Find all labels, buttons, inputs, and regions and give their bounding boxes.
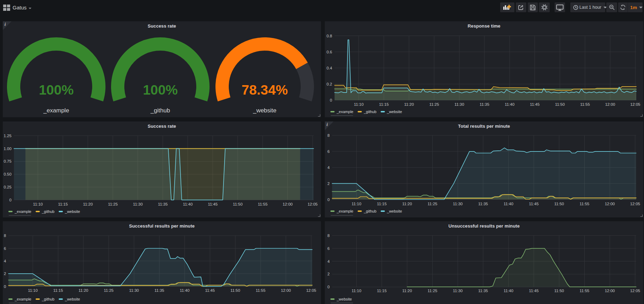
svg-text:11:10: 11:10 bbox=[28, 288, 38, 292]
svg-text:11:45: 11:45 bbox=[205, 288, 215, 292]
svg-text:1.00: 1.00 bbox=[4, 147, 12, 151]
svg-text:12:00: 12:00 bbox=[605, 289, 615, 293]
svg-text:11:20: 11:20 bbox=[79, 288, 88, 292]
svg-text:11:45: 11:45 bbox=[529, 289, 539, 293]
svg-text:6: 6 bbox=[328, 149, 330, 154]
svg-text:11:25: 11:25 bbox=[429, 102, 439, 106]
svg-text:6: 6 bbox=[328, 246, 330, 251]
svg-text:11:20: 11:20 bbox=[83, 202, 93, 206]
svg-text:11:25: 11:25 bbox=[427, 289, 437, 293]
svg-text:11:35: 11:35 bbox=[478, 202, 488, 206]
svg-text:11:20: 11:20 bbox=[404, 102, 414, 106]
svg-text:11:40: 11:40 bbox=[504, 202, 513, 206]
svg-text:11:40: 11:40 bbox=[180, 288, 190, 292]
svg-text:12:05: 12:05 bbox=[630, 102, 641, 106]
svg-text:4: 4 bbox=[328, 259, 330, 264]
svg-text:0.4: 0.4 bbox=[327, 66, 332, 70]
svg-text:12:00: 12:00 bbox=[605, 102, 615, 106]
svg-text:11:55: 11:55 bbox=[580, 202, 590, 206]
svg-text:12:00: 12:00 bbox=[283, 202, 293, 206]
svg-text:0.8: 0.8 bbox=[327, 34, 332, 38]
svg-text:11:35: 11:35 bbox=[480, 102, 489, 106]
svg-text:11:10: 11:10 bbox=[354, 102, 364, 106]
svg-text:0.50: 0.50 bbox=[4, 172, 12, 176]
svg-text:0.2: 0.2 bbox=[327, 82, 332, 86]
svg-text:2: 2 bbox=[328, 181, 330, 186]
svg-text:11:40: 11:40 bbox=[505, 102, 514, 106]
svg-text:0.6: 0.6 bbox=[327, 50, 332, 54]
svg-text:11:50: 11:50 bbox=[554, 202, 564, 206]
svg-text:11:45: 11:45 bbox=[208, 202, 218, 206]
svg-text:11:10: 11:10 bbox=[33, 202, 43, 206]
svg-text:0: 0 bbox=[4, 284, 6, 289]
svg-text:11:45: 11:45 bbox=[530, 102, 540, 106]
svg-text:11:55: 11:55 bbox=[256, 288, 265, 292]
svg-text:0.75: 0.75 bbox=[4, 159, 12, 163]
svg-text:11:10: 11:10 bbox=[352, 289, 361, 293]
svg-text:0: 0 bbox=[9, 198, 11, 202]
svg-text:0: 0 bbox=[328, 198, 330, 202]
svg-text:8: 8 bbox=[4, 233, 6, 238]
svg-text:11:30: 11:30 bbox=[454, 102, 464, 106]
svg-text:11:15: 11:15 bbox=[379, 102, 389, 106]
svg-text:11:25: 11:25 bbox=[427, 202, 437, 206]
svg-text:4: 4 bbox=[328, 165, 330, 170]
svg-text:2: 2 bbox=[328, 272, 330, 276]
svg-text:12:05: 12:05 bbox=[306, 288, 316, 292]
svg-text:11:50: 11:50 bbox=[555, 102, 565, 106]
svg-text:12:00: 12:00 bbox=[281, 288, 291, 292]
svg-text:12:05: 12:05 bbox=[308, 202, 318, 206]
svg-text:11:15: 11:15 bbox=[377, 202, 387, 206]
svg-text:0.25: 0.25 bbox=[4, 185, 12, 189]
svg-text:11:30: 11:30 bbox=[133, 202, 143, 206]
svg-text:11:20: 11:20 bbox=[402, 202, 412, 206]
svg-text:11:50: 11:50 bbox=[230, 288, 240, 292]
svg-text:11:15: 11:15 bbox=[53, 288, 63, 292]
svg-text:4: 4 bbox=[4, 259, 6, 263]
svg-text:11:25: 11:25 bbox=[104, 288, 114, 292]
svg-text:11:45: 11:45 bbox=[529, 202, 539, 206]
svg-text:78.34%: 78.34% bbox=[242, 82, 288, 97]
svg-text:12:00: 12:00 bbox=[605, 202, 615, 206]
svg-text:8: 8 bbox=[328, 233, 330, 238]
svg-text:_example: _example bbox=[43, 107, 69, 114]
svg-text:12:05: 12:05 bbox=[630, 202, 640, 206]
svg-text:11:15: 11:15 bbox=[58, 202, 68, 206]
svg-text:11:50: 11:50 bbox=[554, 289, 564, 293]
svg-text:11:35: 11:35 bbox=[158, 202, 168, 206]
svg-text:11:20: 11:20 bbox=[402, 289, 412, 293]
svg-text:11:50: 11:50 bbox=[233, 202, 243, 206]
svg-text:11:55: 11:55 bbox=[580, 102, 590, 106]
svg-text:11:40: 11:40 bbox=[504, 289, 513, 293]
svg-text:11:30: 11:30 bbox=[453, 289, 463, 293]
svg-text:11:35: 11:35 bbox=[478, 289, 488, 293]
svg-text:11:55: 11:55 bbox=[580, 289, 590, 293]
svg-text:11:25: 11:25 bbox=[108, 202, 118, 206]
svg-text:11:35: 11:35 bbox=[154, 288, 164, 292]
svg-text:0: 0 bbox=[330, 98, 332, 102]
svg-text:2: 2 bbox=[4, 272, 6, 276]
svg-text:8: 8 bbox=[328, 133, 330, 138]
svg-text:12:05: 12:05 bbox=[630, 289, 640, 293]
svg-text:11:40: 11:40 bbox=[183, 202, 193, 206]
svg-text:100%: 100% bbox=[143, 82, 178, 97]
svg-text:11:30: 11:30 bbox=[453, 202, 463, 206]
svg-text:11:10: 11:10 bbox=[352, 202, 361, 206]
svg-text:100%: 100% bbox=[39, 82, 74, 97]
svg-text:11:30: 11:30 bbox=[129, 288, 139, 292]
svg-text:1.25: 1.25 bbox=[4, 134, 12, 138]
svg-text:6: 6 bbox=[4, 246, 6, 251]
svg-text:_website: _website bbox=[253, 107, 276, 114]
svg-text:11:15: 11:15 bbox=[377, 289, 387, 293]
svg-text:11:55: 11:55 bbox=[258, 202, 268, 206]
svg-text:0: 0 bbox=[328, 285, 330, 289]
svg-text:_github: _github bbox=[150, 107, 170, 114]
